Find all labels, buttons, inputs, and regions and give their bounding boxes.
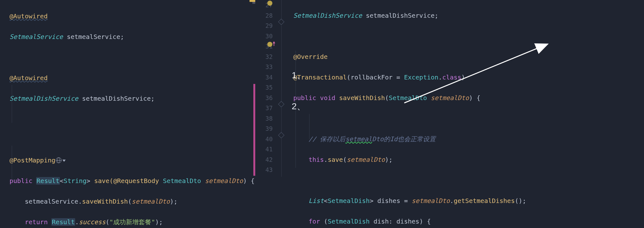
fold-guide <box>281 108 282 133</box>
line-number: 41 <box>255 144 273 155</box>
line-number: 39 <box>255 124 273 134</box>
line-number: 42 <box>255 155 273 165</box>
fold-guide <box>281 139 282 177</box>
code-line: return Result.success("成功新增套餐"); <box>10 217 255 227</box>
code-line: SetmealDishService setmealDishService; <box>10 93 255 104</box>
code-line: @Autowired <box>10 11 255 22</box>
line-number: 34 <box>255 72 273 83</box>
change-marker-icon <box>252 2 255 4</box>
line-number: 33 <box>255 62 273 72</box>
indent-guide <box>12 146 12 184</box>
code-line: SetmealService setmealService; <box>10 32 255 42</box>
line-number: 36 <box>255 93 273 103</box>
code-line <box>293 113 644 124</box>
annotation: @Autowired <box>10 12 48 20</box>
override-up-gutter-icon[interactable] <box>267 42 272 47</box>
code-line: // 保存以后setmealDto的Id也会正常设置 <box>293 134 644 144</box>
code-line: public void saveWithDish(SetmealDto setm… <box>293 93 644 103</box>
line-number: 40 <box>255 134 273 144</box>
indent-guide <box>309 114 309 139</box>
line-number: 30 <box>255 31 273 41</box>
indent-guide <box>12 85 12 123</box>
right-code[interactable]: SetmealDishService setmealDishService; @… <box>255 0 644 228</box>
code-line: @Override <box>293 52 644 62</box>
code-line: @Autowired <box>10 73 255 83</box>
diff-view: @Autowired SetmealService setmealService… <box>0 0 644 228</box>
url-mapping-icon[interactable] <box>56 157 62 163</box>
line-number: 37 <box>255 103 273 113</box>
left-editor-pane[interactable]: @Autowired SetmealService setmealService… <box>0 0 255 228</box>
line-number: 43 <box>255 165 273 175</box>
code-line: @Transactional(rollbackFor = Exception.c… <box>293 72 644 83</box>
override-gutter-icon[interactable] <box>267 1 272 6</box>
chevron-down-icon[interactable] <box>62 160 66 162</box>
code-line: this.save(setmealDto); <box>293 155 644 165</box>
code-line <box>10 52 255 63</box>
code-line <box>293 31 644 41</box>
fold-toggle-icon[interactable] <box>278 19 284 25</box>
code-line <box>10 135 255 145</box>
annotation: @Autowired <box>10 74 48 82</box>
annotation: @PostMapping <box>10 156 55 164</box>
line-number: 32 <box>255 52 273 62</box>
fold-guide <box>281 25 282 104</box>
code-line: public Result<String> save(@RequestBody … <box>10 176 255 186</box>
fold-toggle-icon[interactable] <box>278 101 284 107</box>
annotation-label-1: 1、 <box>292 70 306 81</box>
code-line: @PostMapping <box>10 155 255 166</box>
line-number: 35 <box>255 82 273 93</box>
code-line: List<SetmealDish> dishes = setmealDto.ge… <box>293 196 644 206</box>
code-line: setmealService.saveWithDish(setmealDto); <box>10 196 255 207</box>
right-editor-pane[interactable]: 27 28 29 30 31 32 33 34 35 36 37 38 39 4… <box>255 0 644 228</box>
code-line <box>10 114 255 124</box>
code-line: SetmealDishService setmealDishService; <box>293 10 644 21</box>
fold-toggle-icon[interactable] <box>278 132 284 138</box>
annotation-label-2: 2、 <box>292 101 306 112</box>
code-line: for (SetmealDish dish: dishes) { <box>293 216 644 227</box>
annotation: @Override <box>293 53 328 60</box>
line-number: 28 <box>255 10 273 21</box>
left-code[interactable]: @Autowired SetmealService setmealService… <box>0 0 255 228</box>
fold-column <box>278 0 285 228</box>
line-number: 38 <box>255 113 273 124</box>
line-number: 29 <box>255 21 273 31</box>
code-line <box>293 175 644 186</box>
